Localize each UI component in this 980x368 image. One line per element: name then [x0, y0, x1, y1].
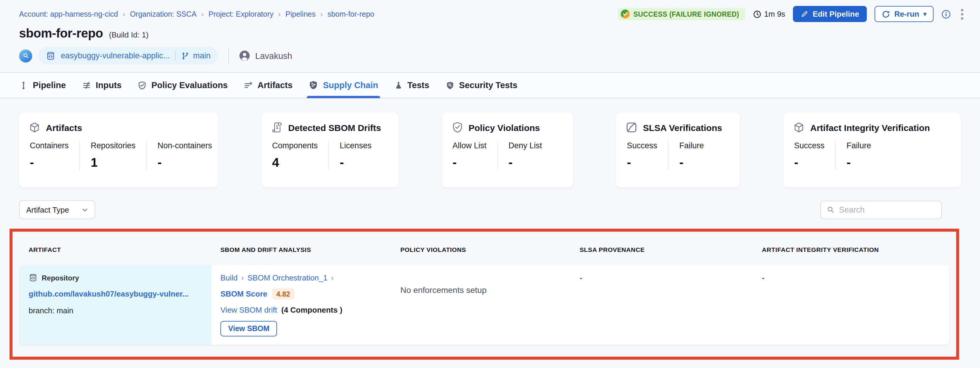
policy-violations-cell: No enforcements setup [391, 265, 571, 345]
refresh-icon [882, 10, 890, 18]
supply-chain-shield-icon [309, 80, 318, 90]
metric-label: Components [272, 141, 318, 150]
card-sbom-drifts: Detected SBOM Drifts Components4 License… [261, 113, 399, 187]
tab-tests[interactable]: Tests [394, 73, 429, 98]
breadcrumb-pipelines[interactable]: Pipelines [285, 10, 315, 18]
shield-check-icon [451, 122, 463, 133]
build-id: (Build Id: 1) [109, 30, 149, 39]
metric-value: - [452, 155, 487, 170]
avatar [239, 50, 250, 61]
metric-value: - [340, 155, 372, 170]
edit-pipeline-label: Edit Pipeline [813, 10, 859, 19]
annotation-highlight-box: ARTIFACT SBOM AND DRIFT ANALYSIS POLICY … [10, 228, 959, 360]
sbom-score-badge: 4.82 [272, 288, 294, 300]
artifact-type-select[interactable]: Artifact Type [19, 200, 95, 219]
column-header-artifact: ARTIFACT [20, 241, 212, 262]
rerun-button[interactable]: Re-run ▾ [875, 6, 934, 22]
artifact-repo-link[interactable]: github.com/lavakush07/easybuggy-vulner..… [29, 289, 202, 298]
status-badge: SUCCESS (FAILURE IGNORED) [618, 8, 745, 20]
branch-icon [181, 51, 189, 60]
chevron-right-icon: › [241, 273, 244, 282]
metric-label: Failure [846, 141, 871, 150]
integrity-verification-cell: - [753, 265, 949, 345]
artifact-branch: branch: main [29, 306, 202, 315]
column-header-sbom: SBOM AND DRIFT ANALYSIS [212, 241, 391, 262]
metric-label: Success [794, 141, 824, 150]
breadcrumb-pipeline-name[interactable]: sbom-for-repo [327, 10, 374, 18]
breadcrumb-project[interactable]: Project: Exploratory [208, 10, 274, 18]
metric-value: - [846, 155, 871, 170]
breadcrumb-organization[interactable]: Organization: SSCA [130, 10, 197, 18]
view-sbom-button[interactable]: View SBOM [220, 321, 277, 336]
view-sbom-drift-link[interactable]: View SBOM drift [220, 306, 277, 314]
branch-link[interactable]: main [193, 51, 211, 60]
tab-label: Inputs [95, 80, 121, 90]
stage-link[interactable]: Build [220, 273, 238, 282]
tab-supply-chain[interactable]: Supply Chain [309, 73, 378, 98]
tab-artifacts[interactable]: Artifacts [244, 73, 293, 98]
tab-policy-evaluations[interactable]: Policy Evaluations [138, 73, 228, 98]
pencil-icon [801, 10, 808, 18]
repo-name-link[interactable]: easybuggy-vulnerable-applic... [61, 51, 170, 60]
step-link[interactable]: SBOM Orchestration_1 [248, 273, 328, 282]
search-icon [827, 205, 834, 214]
artifact-cell: Repository github.com/lavakush07/easybug… [20, 265, 212, 345]
user-name: Lavakush [255, 51, 292, 60]
metric-value: - [30, 155, 69, 170]
tab-label: Tests [407, 80, 429, 90]
repository-icon [29, 273, 38, 282]
trigger-type-icon[interactable] [19, 49, 32, 62]
cube-icon [793, 122, 805, 133]
top-actions: SUCCESS (FAILURE IGNORED) 1m 9s Edit Pip… [618, 6, 966, 22]
tab-inputs[interactable]: Inputs [82, 73, 121, 98]
clock-icon [753, 10, 761, 18]
table-row: Repository github.com/lavakush07/easybug… [20, 265, 949, 345]
metric-label: Non-containers [158, 141, 212, 150]
search-box [820, 200, 942, 219]
tab-label: Supply Chain [323, 80, 378, 90]
inputs-icon [82, 81, 91, 90]
metric-value: - [509, 155, 542, 170]
sbom-score-link[interactable]: SBOM Score [220, 289, 267, 298]
sbom-drift-cell: Build › SBOM Orchestration_1 › SBOM Scor… [212, 265, 391, 345]
metric-label: Containers [30, 141, 69, 150]
metric-value: - [158, 155, 212, 170]
chevron-right-icon: › [320, 10, 323, 18]
rerun-label: Re-run [894, 10, 919, 19]
flask-icon [394, 81, 402, 89]
metric-label: Failure [679, 141, 704, 150]
metric-value: - [679, 155, 704, 170]
card-slsa-verifications: SLSA Verifications Success- Failure- [616, 113, 740, 187]
edit-pipeline-button[interactable]: Edit Pipeline [793, 6, 867, 22]
metric-value: 4 [272, 155, 318, 170]
duration-text: 1m 9s [764, 10, 785, 19]
metric-label: Success [627, 141, 657, 150]
artifact-type-label: Repository [42, 274, 79, 282]
search-input[interactable] [839, 205, 935, 214]
chevron-right-icon: › [123, 10, 125, 18]
metric-value: - [627, 155, 657, 170]
tab-label: Pipeline [33, 80, 66, 90]
tab-pipeline[interactable]: Pipeline [19, 73, 66, 98]
slsa-provenance-cell: - [571, 265, 753, 345]
chevron-down-icon: ▾ [923, 11, 926, 17]
page: Account: app-harness-ng-cicd › Organizat… [0, 0, 980, 368]
card-title: Artifact Integrity Verification [810, 122, 930, 133]
tab-label: Security Tests [459, 80, 517, 90]
tab-security-tests[interactable]: Security Tests [445, 73, 517, 98]
breadcrumb-account[interactable]: Account: app-harness-ng-cicd [19, 10, 118, 18]
column-header-slsa: SLSA PROVENANCE [571, 241, 753, 262]
card-title: Artifacts [46, 122, 82, 133]
tab-bar: Pipeline Inputs Policy Evaluations Artif… [0, 72, 980, 98]
top-bar: Account: app-harness-ng-cicd › Organizat… [0, 0, 980, 22]
page-title: sbom-for-repo [19, 26, 103, 41]
info-icon[interactable] [941, 9, 951, 19]
more-options-menu[interactable] [959, 6, 966, 22]
security-shield-icon [445, 81, 454, 90]
pipeline-icon [19, 81, 28, 90]
execution-path: Build › SBOM Orchestration_1 › [220, 273, 382, 282]
metric-label: Allow List [452, 141, 487, 150]
tab-label: Policy Evaluations [151, 80, 228, 90]
metric-value: - [794, 155, 824, 170]
chevron-right-icon: › [331, 273, 334, 282]
